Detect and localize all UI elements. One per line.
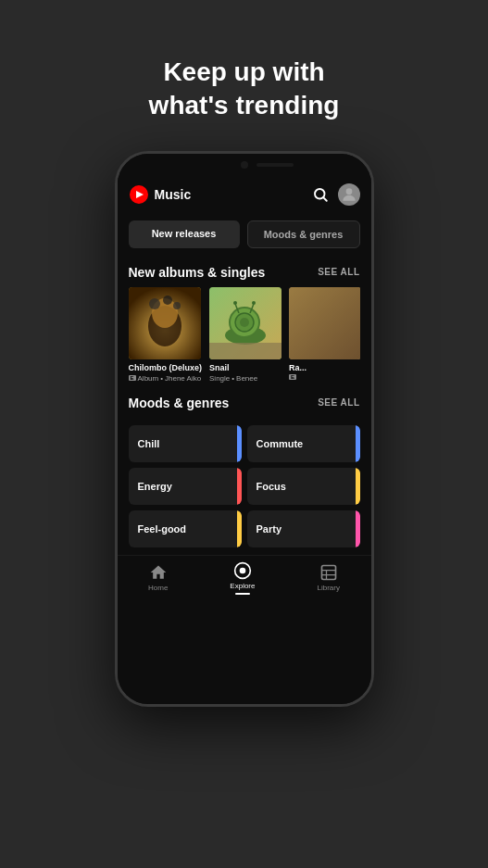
album-label-ra: Ra... E: [289, 363, 359, 380]
album-art-chilombo: [129, 287, 201, 359]
svg-point-20: [252, 301, 256, 305]
phone-speaker: [257, 163, 294, 167]
album-card-ra[interactable]: Ra... E: [289, 287, 359, 383]
explicit-badge-ra: E: [289, 374, 296, 380]
svg-rect-22: [289, 287, 359, 359]
album-label-snail: Snail Single • Benee: [209, 363, 282, 383]
new-albums-header: New albums & singles SEE ALL: [129, 265, 360, 280]
mood-energy-bar: [237, 468, 242, 505]
svg-rect-16: [209, 343, 282, 359]
moods-grid: Chill Commute Energy Focus Feel-good: [118, 421, 371, 555]
mood-focus[interactable]: Focus: [247, 468, 360, 505]
bottom-nav: Home Explore Library: [118, 555, 371, 598]
album-label-chilombo: Chilombo (Deluxe) E Album • Jhene Aiko: [129, 363, 203, 383]
svg-rect-25: [321, 566, 335, 580]
svg-point-4: [345, 188, 352, 195]
moods-section: Moods & genres SEE ALL: [118, 386, 371, 421]
album-name-snail: Snail: [209, 363, 282, 373]
phone-notch: [118, 154, 371, 176]
mood-party-label: Party: [257, 523, 282, 535]
phone-device: Music New releases Moods & genres: [115, 151, 374, 707]
album-art-snail: [209, 287, 282, 359]
tab-buttons: New releases Moods & genres: [118, 213, 371, 256]
mood-energy[interactable]: Energy: [129, 468, 242, 505]
app-logo: Music: [129, 184, 192, 205]
svg-point-24: [240, 567, 246, 573]
user-avatar[interactable]: [338, 183, 360, 206]
albums-row: Chilombo (Deluxe) E Album • Jhene Aiko: [129, 287, 360, 383]
svg-point-10: [173, 302, 181, 309]
explicit-badge: E: [129, 375, 136, 381]
nav-active-indicator: [235, 593, 250, 595]
mood-party-bar: [356, 510, 360, 547]
mood-feel-good-bar: [237, 510, 242, 547]
mood-chill-label: Chill: [138, 438, 160, 449]
album-name-chilombo: Chilombo (Deluxe): [129, 363, 203, 373]
tab-new-releases[interactable]: New releases: [129, 220, 240, 248]
album-card-snail[interactable]: Snail Single • Benee: [209, 287, 282, 383]
svg-point-19: [233, 301, 237, 305]
nav-library-label: Library: [318, 584, 340, 592]
header-icons: [312, 183, 360, 206]
nav-explore-label: Explore: [230, 582, 255, 590]
mood-party[interactable]: Party: [247, 510, 360, 547]
album-sub-ra: E: [289, 374, 359, 380]
yt-music-icon: [129, 184, 149, 205]
headline: Keep up with what's trending: [149, 56, 340, 123]
album-sub-chilombo: E Album • Jhene Aiko: [129, 374, 203, 383]
svg-point-9: [163, 296, 172, 305]
nav-explore[interactable]: Explore: [230, 561, 255, 595]
headline-line2: what's trending: [149, 91, 340, 120]
mood-chill[interactable]: Chill: [129, 425, 242, 462]
mood-feel-good-label: Feel-good: [138, 523, 187, 535]
new-albums-title: New albums & singles: [129, 265, 266, 280]
search-icon[interactable]: [312, 186, 329, 203]
mood-commute[interactable]: Commute: [247, 425, 360, 462]
phone-camera: [241, 161, 248, 169]
new-albums-see-all[interactable]: SEE ALL: [318, 267, 359, 277]
album-card-chilombo[interactable]: Chilombo (Deluxe) E Album • Jhene Aiko: [129, 287, 203, 383]
mood-chill-bar: [237, 425, 242, 462]
mood-commute-bar: [356, 425, 360, 462]
moods-see-all[interactable]: SEE ALL: [318, 397, 359, 408]
moods-header: Moods & genres SEE ALL: [129, 396, 360, 410]
tab-moods-genres[interactable]: Moods & genres: [247, 220, 360, 248]
app-header: Music: [118, 176, 371, 213]
album-art-ra: [289, 287, 359, 359]
mood-focus-bar: [356, 468, 360, 505]
mood-focus-label: Focus: [257, 481, 286, 492]
home-icon: [149, 563, 168, 582]
nav-library[interactable]: Library: [318, 563, 340, 592]
moods-title: Moods & genres: [129, 396, 230, 410]
album-sub-snail: Single • Benee: [209, 374, 282, 383]
app-title: Music: [155, 187, 192, 202]
svg-line-3: [323, 197, 326, 200]
library-icon: [319, 563, 338, 582]
nav-home-label: Home: [148, 584, 168, 592]
svg-point-8: [149, 298, 160, 309]
explore-icon: [233, 561, 252, 580]
new-albums-section: New albums & singles SEE ALL: [118, 256, 371, 386]
nav-home[interactable]: Home: [148, 563, 168, 592]
mood-commute-label: Commute: [257, 438, 304, 449]
album-name-ra: Ra...: [289, 363, 359, 373]
app-screen: Music New releases Moods & genres: [118, 176, 371, 704]
mood-feel-good[interactable]: Feel-good: [129, 510, 242, 547]
svg-point-15: [240, 318, 249, 327]
headline-line1: Keep up with: [163, 57, 324, 86]
mood-energy-label: Energy: [138, 481, 172, 492]
